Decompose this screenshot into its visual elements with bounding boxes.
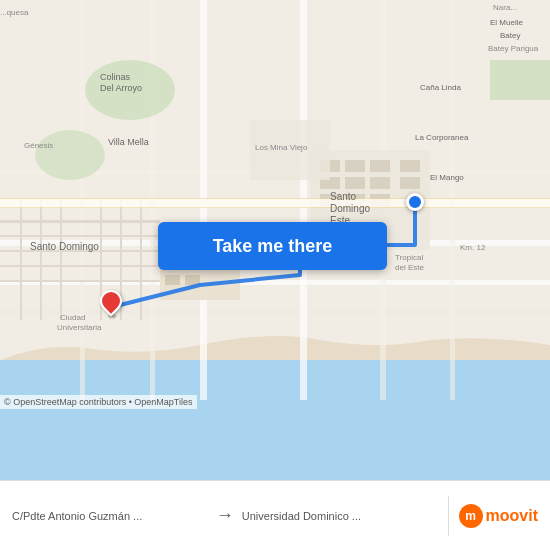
- moovit-logo: m moovit: [459, 504, 538, 528]
- svg-rect-20: [60, 200, 62, 320]
- osm-attribution: © OpenStreetMap contributors • OpenMapTi…: [0, 395, 197, 409]
- svg-rect-18: [20, 200, 22, 320]
- svg-rect-37: [400, 160, 420, 172]
- svg-text:Colinas: Colinas: [100, 72, 131, 82]
- svg-text:...quesa: ...quesa: [0, 8, 29, 17]
- svg-text:Batey: Batey: [500, 31, 520, 40]
- from-label: C/Pdte Antonio Guzmán ...: [12, 510, 142, 522]
- svg-text:El Mango: El Mango: [430, 173, 464, 182]
- svg-rect-14: [0, 235, 160, 237]
- svg-text:Santo: Santo: [330, 191, 357, 202]
- svg-text:Batey Parigua: Batey Parigua: [488, 44, 539, 53]
- svg-text:La Corporanea: La Corporanea: [415, 133, 469, 142]
- svg-text:del Este: del Este: [395, 263, 424, 272]
- origin-marker: [406, 193, 424, 211]
- moovit-name: moovit: [486, 507, 538, 525]
- svg-text:El Muelle: El Muelle: [490, 18, 523, 27]
- take-me-there-button[interactable]: Take me there: [158, 222, 387, 270]
- svg-rect-16: [0, 265, 160, 267]
- svg-rect-19: [40, 200, 42, 320]
- svg-rect-13: [0, 220, 160, 223]
- svg-text:Universitaria: Universitaria: [57, 323, 102, 332]
- svg-rect-50: [0, 199, 550, 207]
- svg-rect-48: [490, 60, 550, 100]
- route-to-info: Universidad Dominico ...: [242, 510, 438, 522]
- moovit-icon: m: [459, 504, 483, 528]
- svg-text:Ciudad: Ciudad: [60, 313, 85, 322]
- app-container: Santo Domingo Santo Domingo Este Zona Co…: [0, 0, 550, 550]
- moovit-logo-section: m moovit: [459, 504, 538, 528]
- svg-point-47: [35, 130, 105, 180]
- route-to: Universidad Dominico ...: [242, 510, 438, 522]
- to-label: Universidad Dominico ...: [242, 510, 361, 522]
- svg-text:Caña Linda: Caña Linda: [420, 83, 461, 92]
- svg-text:Santo Domingo: Santo Domingo: [30, 241, 99, 252]
- svg-text:Génesis: Génesis: [24, 141, 53, 150]
- svg-rect-36: [370, 160, 390, 172]
- map-container: Santo Domingo Santo Domingo Este Zona Co…: [0, 0, 550, 480]
- divider: [448, 496, 449, 536]
- svg-rect-23: [140, 200, 142, 320]
- route-from: C/Pdte Antonio Guzmán ...: [12, 510, 208, 522]
- bottom-bar: C/Pdte Antonio Guzmán ... → Universidad …: [0, 480, 550, 550]
- svg-rect-35: [345, 160, 365, 172]
- svg-rect-32: [185, 275, 200, 285]
- svg-text:Nara...: Nara...: [493, 3, 517, 12]
- svg-rect-41: [400, 177, 420, 189]
- svg-text:Domingo: Domingo: [330, 203, 370, 214]
- svg-text:Villa Mella: Villa Mella: [108, 137, 149, 147]
- route-info: C/Pdte Antonio Guzmán ...: [12, 510, 208, 522]
- svg-rect-31: [165, 275, 180, 285]
- svg-text:Tropical: Tropical: [395, 253, 423, 262]
- svg-rect-39: [345, 177, 365, 189]
- svg-rect-17: [0, 280, 160, 282]
- svg-text:Del Arroyo: Del Arroyo: [100, 83, 142, 93]
- svg-text:Los Mina Viejo: Los Mina Viejo: [255, 143, 308, 152]
- svg-rect-40: [370, 177, 390, 189]
- arrow-icon: →: [208, 505, 242, 526]
- destination-marker: [100, 290, 124, 322]
- svg-text:Km. 12: Km. 12: [460, 243, 486, 252]
